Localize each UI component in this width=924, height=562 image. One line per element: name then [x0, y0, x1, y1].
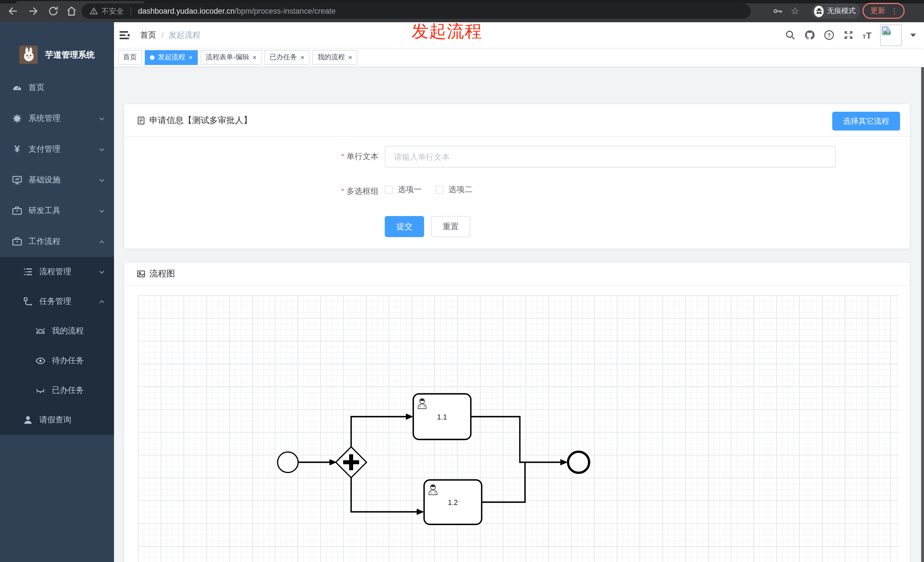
end-event[interactable] [568, 452, 589, 473]
sidebar-item-label: 已办任务 [52, 385, 84, 396]
chevron-down-icon [98, 177, 105, 184]
app-logo-avatar [20, 46, 38, 64]
workflow-submenu: 流程管理 任务管理 我的流程 [0, 257, 114, 435]
checkbox-icon[interactable] [385, 186, 393, 194]
sidebar-item-process-management[interactable]: 流程管理 [0, 257, 114, 287]
sidebar-item-label: 支付管理 [28, 144, 60, 154]
start-event[interactable] [278, 452, 298, 472]
required-mark: * [341, 186, 344, 195]
sidebar-item-my-process[interactable]: 我的流程 [0, 316, 114, 346]
sidebar-item-workflow[interactable]: 工作流程 [0, 226, 114, 257]
sidebar-item-label: 系统管理 [28, 114, 60, 124]
sidebar-item-todo-tasks[interactable]: 待办任务 [0, 346, 114, 376]
tab-label: 我的流程 [318, 52, 345, 62]
home-icon[interactable] [66, 5, 78, 17]
forward-icon[interactable] [27, 5, 39, 17]
address-bar[interactable]: 不安全 dashboard.yudao.iocoder.cn/bpm/proce… [81, 3, 751, 19]
close-icon[interactable]: × [189, 54, 193, 61]
broken-image-icon [882, 26, 891, 35]
breadcrumb: 首页 / 发起流程 [140, 30, 201, 40]
chevron-down-icon [98, 115, 105, 122]
user-task-2[interactable]: 1.2 [424, 480, 482, 525]
sidebar-item-infrastructure[interactable]: 基础设施 [0, 165, 114, 195]
chevron-up-icon [98, 298, 105, 305]
chevron-up-icon [98, 238, 105, 245]
screenshot-root: 不安全 dashboard.yudao.iocoder.cn/bpm/proce… [0, 0, 924, 562]
back-icon[interactable] [7, 5, 19, 17]
sidebar-logo-row[interactable]: 芋道管理系统 [0, 22, 114, 72]
briefcase-icon [12, 237, 22, 247]
breadcrumb-home[interactable]: 首页 [140, 30, 156, 40]
reload-icon[interactable] [47, 5, 59, 17]
close-icon[interactable]: × [300, 54, 304, 61]
single-line-text-input[interactable] [385, 146, 836, 168]
chevron-down-icon [98, 268, 105, 276]
browser-update-button[interactable]: 更新 ⋮ [862, 3, 904, 19]
tab-start-process[interactable]: 发起流程 × [145, 50, 198, 65]
fullscreen-icon[interactable] [843, 30, 854, 40]
sidebar-item-done-tasks[interactable]: 已办任务 [0, 376, 114, 405]
reset-button[interactable]: 重置 [431, 216, 470, 237]
checkbox-option-2[interactable]: 选项二 [435, 185, 472, 195]
security-label: 不安全 [102, 6, 124, 16]
tab-home[interactable]: 首页 [118, 50, 142, 65]
not-secure-warning-icon [90, 7, 98, 15]
sidebar-item-task-management[interactable]: 任务管理 [0, 287, 114, 316]
browser-menu-dots-icon[interactable]: ⋮ [890, 6, 898, 15]
url-path: /bpm/process-instance/create [235, 7, 336, 15]
browser-chrome: 不安全 dashboard.yudao.iocoder.cn/bpm/proce… [0, 0, 924, 22]
browser-tab[interactable] [16, 1, 144, 3]
task-label: 1.1 [437, 413, 447, 421]
tab-label: 流程表单-编辑 [206, 52, 249, 62]
bpmn-canvas[interactable]: 1.1 1.2 [138, 295, 899, 562]
annotation-overlay: 发起流程 [411, 20, 482, 43]
user-task-1[interactable]: 1.1 [413, 394, 471, 439]
checkbox-group: 选项一 选项二 [385, 185, 472, 195]
incognito-icon [814, 5, 824, 17]
apply-info-card: 申请信息【测试多审批人】 选择其它流程 *单行文本 *多选框组 选项一 [124, 104, 910, 249]
sidebar-item-label: 流程管理 [39, 267, 71, 277]
sidebar-item-leave-query[interactable]: 请假查询 [0, 405, 114, 435]
update-label: 更新 [870, 6, 885, 16]
github-icon[interactable] [804, 30, 815, 40]
avatar-caret-down-icon[interactable] [910, 33, 916, 37]
sidebar-menu: 首页 系统管理 ¥ 支付管理 [0, 72, 114, 435]
help-icon[interactable]: ? [824, 30, 834, 40]
tab-done-tasks[interactable]: 已办任务 × [264, 50, 309, 65]
sidebar-item-home[interactable]: 首页 [0, 72, 114, 103]
breadcrumb-current: 发起流程 [169, 30, 201, 40]
bookmark-star-icon[interactable]: ☆ [790, 5, 800, 17]
sidebar: 芋道管理系统 首页 系统管理 ¥ 支付 [0, 22, 114, 562]
sidebar-item-label: 待办任务 [52, 356, 84, 366]
bpmn-diagram: 1.1 1.2 [138, 295, 899, 562]
tab-form-edit[interactable]: 流程表单-编辑 × [201, 50, 262, 65]
page-scrollbar-thumb[interactable] [921, 55, 924, 562]
page-scrollbar-track[interactable] [921, 22, 924, 562]
font-size-big-t: T [866, 31, 872, 40]
eye-closed-icon [35, 385, 46, 396]
checkbox-option-1[interactable]: 选项一 [385, 185, 422, 195]
font-size-icon[interactable]: TT [862, 30, 872, 40]
sidebar-collapse-icon[interactable] [119, 29, 130, 41]
close-icon[interactable]: × [348, 54, 352, 61]
tab-my-process[interactable]: 我的流程 × [312, 50, 357, 65]
search-icon[interactable] [785, 30, 796, 40]
close-icon[interactable]: × [252, 54, 256, 61]
sidebar-item-payment[interactable]: ¥ 支付管理 [0, 134, 114, 165]
checkbox-icon[interactable] [435, 186, 444, 194]
browser-tabstrip [0, 0, 924, 3]
sidebar-item-system[interactable]: 系统管理 [0, 103, 114, 134]
document-icon [137, 116, 146, 124]
tab-label: 首页 [123, 52, 137, 62]
breadcrumb-separator: / [161, 30, 164, 40]
checkbox-field-label-text: 多选框组 [346, 186, 378, 195]
parallel-gateway[interactable] [336, 447, 366, 478]
submit-button[interactable]: 提交 [385, 216, 424, 237]
choose-other-process-button[interactable]: 选择其它流程 [832, 112, 900, 130]
password-key-icon[interactable] [772, 6, 783, 16]
avatar[interactable] [880, 24, 902, 46]
top-navbar: 首页 / 发起流程 ? [114, 22, 924, 48]
monitor-icon [12, 175, 22, 185]
app-title: 芋道管理系统 [45, 49, 94, 60]
sidebar-item-devtools[interactable]: 研发工具 [0, 195, 114, 226]
